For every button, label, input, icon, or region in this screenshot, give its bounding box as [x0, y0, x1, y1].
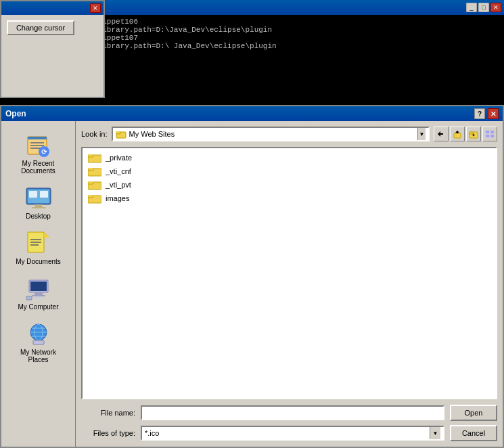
look-in-arrow[interactable]: ▼: [417, 128, 426, 140]
look-in-folder-icon: [116, 129, 127, 139]
sidebar-item-recent-label: My RecentDocuments: [21, 160, 55, 175]
small-dialog-titlebar: ✕: [1, 1, 104, 15]
minimize-button[interactable]: _: [466, 3, 477, 12]
sidebar-item-network[interactable]: My NetworkPlaces: [8, 317, 69, 367]
bottom-area: File name: Open Files of type: *.ico ▼ C…: [81, 405, 497, 441]
back-button[interactable]: [434, 127, 449, 141]
svg-rect-35: [454, 133, 461, 138]
maximize-button[interactable]: □: [478, 3, 489, 12]
svg-rect-12: [40, 191, 48, 198]
file-item-vti-cnf[interactable]: _vti_cnf: [85, 164, 493, 178]
files-of-type-label: Files of type:: [81, 429, 135, 437]
small-dialog: ✕ Change cursor: [0, 0, 105, 98]
sidebar-item-mydocs-label: My Documents: [16, 258, 61, 265]
my-documents-icon: [25, 229, 52, 256]
filename-input-wrapper: [141, 405, 444, 420]
sidebar-item-mycomputer-label: My Computer: [18, 303, 58, 311]
new-folder-button[interactable]: ✦: [466, 127, 481, 141]
svg-rect-40: [490, 131, 494, 133]
svg-rect-41: [486, 135, 489, 137]
look-in-value: My Web Sites: [129, 130, 415, 138]
sidebar-item-network-label: My NetworkPlaces: [20, 349, 56, 363]
terminal-close-button[interactable]: ✕: [490, 3, 501, 12]
svg-marker-15: [44, 232, 49, 238]
svg-rect-42: [490, 135, 494, 137]
svg-text:⟳: ⟳: [41, 148, 47, 156]
sidebar-item-desktop-label: Desktop: [26, 212, 51, 220]
my-network-places-icon: [25, 320, 52, 347]
files-of-type-dropdown[interactable]: *.ico ▼: [141, 426, 444, 441]
look-in-row: Look in: My Web Sites ▼: [81, 127, 497, 141]
file-item-private-name: _private: [106, 154, 132, 162]
folder-icon-vti-pvt: [88, 179, 101, 190]
folder-icon-images: [88, 193, 101, 204]
svg-rect-24: [27, 297, 31, 299]
svg-rect-1: [28, 137, 47, 139]
look-in-label: Look in:: [81, 130, 108, 138]
toolbar-buttons: ✦: [434, 127, 497, 141]
my-computer-icon: [25, 275, 52, 302]
svg-rect-4: [30, 148, 40, 149]
open-button[interactable]: Open: [450, 405, 497, 421]
files-of-type-value: *.ico: [145, 429, 430, 437]
open-dialog-titlebar: Open ? ✕: [1, 106, 503, 121]
folder-icon-vti-cnf: [88, 166, 101, 177]
sidebar-item-mydocs[interactable]: My Documents: [8, 226, 69, 269]
svg-rect-11: [29, 191, 37, 198]
sidebar-item-desktop[interactable]: Desktop: [8, 181, 69, 223]
svg-rect-2: [30, 142, 44, 143]
svg-rect-39: [486, 131, 489, 133]
files-of-type-arrow[interactable]: ▼: [430, 427, 440, 439]
svg-rect-45: [88, 154, 93, 156]
svg-rect-22: [32, 295, 45, 296]
filetype-row: Files of type: *.ico ▼ Cancel: [81, 425, 497, 441]
svg-rect-51: [88, 181, 93, 183]
recent-documents-icon: ⟳: [25, 131, 52, 158]
svg-rect-16: [30, 239, 41, 240]
up-folder-button[interactable]: [450, 127, 465, 141]
svg-rect-54: [88, 195, 93, 196]
svg-rect-25: [35, 297, 43, 298]
filename-input[interactable]: [142, 409, 443, 417]
view-button[interactable]: [482, 127, 497, 141]
sidebar-item-recent[interactable]: ⟳ My RecentDocuments: [8, 128, 69, 178]
file-item-images-name: images: [106, 194, 129, 202]
svg-rect-10: [32, 207, 45, 208]
open-dialog: Open ? ✕ ⟳ My RecentDoc: [0, 105, 504, 448]
file-item-vti-pvt[interactable]: _vti_pvt: [85, 178, 493, 192]
svg-rect-17: [30, 242, 41, 243]
svg-rect-34: [116, 131, 120, 133]
file-list-area[interactable]: _private _vti_cnf: [81, 147, 497, 399]
open-dialog-body: ⟳ My RecentDocuments Des: [1, 121, 503, 447]
file-item-vti-pvt-name: _vti_pvt: [106, 181, 131, 189]
open-dialog-title: Open: [5, 109, 472, 118]
file-item-images[interactable]: images: [85, 192, 493, 205]
svg-rect-9: [35, 204, 42, 207]
cancel-button[interactable]: Cancel: [450, 425, 497, 441]
filename-row: File name: Open: [81, 405, 497, 421]
svg-rect-21: [35, 292, 43, 295]
folder-icon-private: [88, 152, 101, 163]
small-dialog-close-button[interactable]: ✕: [90, 3, 101, 13]
desktop-icon: [25, 184, 52, 211]
small-dialog-body: Change cursor: [1, 15, 104, 41]
svg-rect-31: [33, 340, 44, 344]
filename-label: File name:: [81, 409, 135, 417]
file-item-private[interactable]: _private: [85, 151, 493, 164]
svg-rect-20: [30, 282, 47, 291]
change-cursor-button[interactable]: Change cursor: [7, 20, 74, 35]
file-item-vti-cnf-name: _vti_cnf: [106, 167, 131, 175]
look-in-dropdown[interactable]: My Web Sites ▼: [112, 127, 430, 141]
open-dialog-close-button[interactable]: ✕: [488, 108, 499, 119]
help-button[interactable]: ?: [474, 108, 485, 119]
svg-rect-3: [30, 145, 44, 146]
svg-rect-48: [88, 168, 93, 169]
svg-rect-18: [30, 244, 39, 246]
main-content-area: Look in: My Web Sites ▼: [76, 121, 503, 447]
svg-text:✦: ✦: [472, 133, 476, 137]
sidebar: ⟳ My RecentDocuments Des: [1, 121, 76, 447]
sidebar-item-mycomputer[interactable]: My Computer: [8, 271, 69, 314]
